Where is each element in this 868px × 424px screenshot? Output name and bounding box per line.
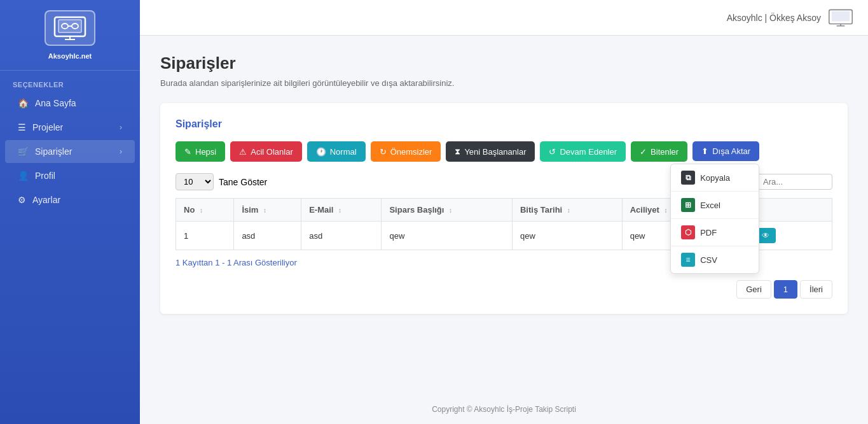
btn-devam-edenler[interactable]: ↺ Devam Edenler: [540, 141, 626, 162]
disa-aktar-dropdown: ⬆ Dışa Aktar ⧉ Kopyala ⊞ Excel: [692, 141, 759, 162]
copy-icon: ⧉: [681, 171, 695, 185]
user-icon: 👤: [18, 171, 29, 181]
sidebar-label-siparisler: Siparişler: [35, 146, 72, 157]
home-icon: 🏠: [18, 98, 29, 108]
btn-bitenler[interactable]: ✓ Bitenler: [631, 141, 687, 162]
sidebar-item-profil[interactable]: 👤 Profil: [5, 164, 135, 187]
sidebar-item-ana-sayfa[interactable]: 🏠 Ana Sayfa: [5, 92, 135, 115]
warning-icon: ⚠: [239, 147, 247, 157]
header-monitor-icon: [829, 9, 853, 27]
col-email: E-Mail ↕: [301, 199, 382, 222]
btn-disa-aktar[interactable]: ⬆ Dışa Aktar: [692, 141, 759, 161]
main-content: Siparişler Burada alandan siparişleriniz…: [140, 36, 868, 395]
sidebar-section-label: SEÇENEKLER: [0, 76, 140, 91]
sort-icon-aciliyet: ↕: [665, 207, 668, 214]
sidebar-logo: Aksoyhlc.net: [0, 0, 140, 71]
btn-normal[interactable]: 🕐 Normal: [307, 141, 366, 162]
export-dropdown-menu: ⧉ Kopyala ⊞ Excel ⬡ PDF ≡: [670, 164, 759, 274]
sort-icon-siparis: ↕: [449, 207, 452, 214]
sidebar-label-profil: Profil: [35, 171, 55, 181]
clock-icon: 🕐: [316, 147, 326, 157]
edit-icon: ✎: [184, 147, 191, 157]
cell-isim: asd: [234, 222, 301, 250]
show-label: Tane Göster: [219, 177, 267, 187]
cell-bitis-tarihi: qew: [512, 222, 622, 250]
sidebar-label-ana-sayfa: Ana Sayfa: [35, 98, 76, 108]
logo-text: Aksoyhlc.net: [48, 52, 92, 60]
dropdown-item-kopyala[interactable]: ⧉ Kopyala: [671, 164, 759, 192]
btn-hepsi[interactable]: ✎ Hepsi: [176, 141, 225, 162]
col-siparis-basligi: Sipars Başlığı ↕: [382, 199, 513, 222]
pagination: Geri 1 İleri: [176, 280, 832, 299]
pdf-icon: ⬡: [681, 225, 695, 239]
sidebar-item-projeler[interactable]: ☰ Projeler ›: [5, 116, 135, 139]
user-info: Aksoyhlc | Ökkeş Aksoy: [727, 13, 821, 23]
cart-icon: 🛒: [18, 146, 29, 157]
excel-icon: ⊞: [681, 198, 695, 212]
sidebar-label-ayarlar: Ayarlar: [32, 195, 60, 205]
dropdown-item-excel[interactable]: ⊞ Excel: [671, 192, 759, 219]
col-bitis-tarihi: Bitiş Tarihi ↕: [512, 199, 622, 222]
sidebar-label-projeler: Projeler: [32, 122, 63, 132]
dropdown-item-pdf[interactable]: ⬡ PDF: [671, 219, 759, 246]
export-icon: ⬆: [701, 146, 708, 156]
page-1-btn[interactable]: 1: [774, 280, 797, 299]
cell-email: asd: [301, 222, 382, 250]
btn-onemsizler[interactable]: ↻ Önemsizler: [371, 141, 441, 162]
csv-icon: ≡: [681, 253, 695, 267]
cell-siparis-basligi: qew: [382, 222, 513, 250]
show-select[interactable]: 10 25 50 100: [176, 173, 214, 190]
sort-icon-no: ↕: [200, 207, 203, 214]
btn-acil-olanlar[interactable]: ⚠ Acil Olanlar: [230, 141, 301, 162]
hourglass-icon: ⧗: [455, 146, 460, 157]
footer-text: Copyright © Aksoyhlc İş-Proje Takip Scri…: [432, 405, 576, 414]
prev-page-btn[interactable]: Geri: [736, 280, 771, 299]
cell-no: 1: [176, 222, 234, 250]
page-subtitle: Burada alandan siparişlerinize ait bilgi…: [160, 78, 848, 88]
gear-icon: ⚙: [18, 195, 26, 205]
main-wrapper: Siparişler Burada alandan siparişleriniz…: [140, 36, 868, 424]
sidebar-item-siparisler[interactable]: 🛒 Siparişler ›: [5, 140, 135, 163]
monitor-icon: [53, 16, 86, 40]
footer: Copyright © Aksoyhlc İş-Proje Takip Scri…: [140, 395, 868, 424]
next-page-btn[interactable]: İleri: [800, 280, 832, 299]
filter-buttons: ✎ Hepsi ⚠ Acil Olanlar 🕐 Normal ↻ Önemsi…: [176, 141, 832, 162]
sidebar: Aksoyhlc.net SEÇENEKLER 🏠 Ana Sayfa ☰ Pr…: [0, 0, 140, 424]
check-icon: ✓: [640, 147, 647, 157]
refresh-icon: ↻: [380, 147, 387, 157]
main-card: Siparişler ✎ Hepsi ⚠ Acil Olanlar 🕐 Norm…: [160, 103, 848, 314]
sort-icon-bitis: ↕: [567, 207, 570, 214]
sidebar-item-ayarlar[interactable]: ⚙ Ayarlar: [5, 188, 135, 211]
col-isim: İsim ↕: [234, 199, 301, 222]
logo-box: [45, 10, 95, 46]
projects-icon: ☰: [18, 122, 26, 132]
sort-icon-email: ↕: [338, 207, 341, 214]
card-title: Siparişler: [176, 118, 832, 130]
sort-icon-isim: ↕: [263, 207, 266, 214]
svg-rect-8: [832, 11, 850, 21]
dropdown-item-csv[interactable]: ≡ CSV: [671, 246, 759, 273]
btn-yeni-baslayanlar[interactable]: ⧗ Yeni Başlananlar: [446, 141, 535, 162]
chevron-right-icon: ›: [120, 123, 122, 132]
chevron-right-icon-2: ›: [120, 147, 122, 156]
search-input[interactable]: [756, 174, 832, 190]
col-no: No ↕: [176, 199, 234, 222]
refresh2-icon: ↺: [549, 147, 556, 157]
page-title: Siparişler: [160, 53, 848, 73]
